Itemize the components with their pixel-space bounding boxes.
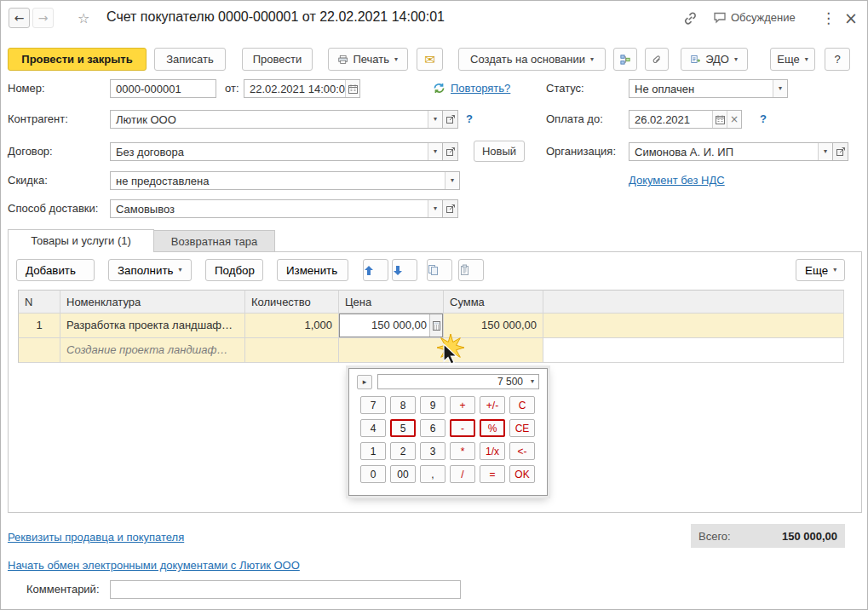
calc-key-9[interactable]: 9 <box>420 396 445 414</box>
calendar-icon[interactable] <box>712 111 727 128</box>
calc-key-plus[interactable]: + <box>450 396 475 414</box>
calc-expand-button[interactable]: ▸ <box>357 375 372 389</box>
discount-combo[interactable]: не предоставлена ▾ <box>110 171 460 190</box>
price-edit-box[interactable]: 150 000,00 <box>339 314 443 337</box>
table-row[interactable]: 1 Разработка проекта ландшаф… 1,000 150 … <box>18 314 844 338</box>
related-documents-button[interactable] <box>613 48 637 71</box>
status-combo[interactable]: Не оплачен ▾ <box>629 79 788 98</box>
number-input[interactable]: 0000-000001 <box>110 79 216 98</box>
paste-button[interactable] <box>458 259 484 281</box>
discussion-button[interactable]: Обсуждение <box>713 11 796 24</box>
forward-button[interactable]: → <box>32 8 54 28</box>
calendar-icon[interactable] <box>345 80 359 97</box>
calc-key-clear-entry[interactable]: CE <box>509 419 535 437</box>
chevron-down-icon[interactable]: ▾ <box>428 200 442 217</box>
chevron-down-icon[interactable]: ▾ <box>428 143 442 160</box>
calc-key-7[interactable]: 7 <box>360 396 386 414</box>
counterparty-open-button[interactable] <box>442 110 458 129</box>
cell-content[interactable]: Создание проекта ландшаф… <box>60 338 245 363</box>
chevron-down-icon[interactable]: ▾ <box>773 80 787 97</box>
col-header-sum[interactable]: Сумма <box>444 290 543 314</box>
send-email-button[interactable]: ✉ <box>417 48 443 71</box>
calc-key-3[interactable]: 3 <box>420 442 445 460</box>
tab-returnable-packaging[interactable]: Возвратная тара <box>153 230 275 252</box>
fill-button[interactable]: Заполнить ▾ <box>108 259 192 281</box>
new-contract-button[interactable]: Новый <box>474 141 525 162</box>
chevron-down-icon[interactable]: ▾ <box>445 172 459 189</box>
delivery-combo[interactable]: Самовывоз ▾ <box>110 199 443 218</box>
calc-key-1[interactable]: 1 <box>360 442 386 460</box>
delivery-open-button[interactable] <box>442 199 458 218</box>
calculator-button[interactable] <box>429 314 442 337</box>
move-down-button[interactable] <box>392 259 417 281</box>
edo-button[interactable]: ЭДО ▾ <box>681 48 748 71</box>
cell-quantity[interactable] <box>245 338 339 363</box>
edi-exchange-link[interactable]: Начать обмен электронными документами с … <box>8 559 300 572</box>
col-header-quantity[interactable]: Количество <box>245 290 339 314</box>
comment-input[interactable] <box>110 580 461 599</box>
col-header-n[interactable]: N <box>18 290 60 314</box>
counterparty-hint[interactable]: ? <box>466 112 473 125</box>
cell-nomenclature[interactable]: Разработка проекта ландшаф… <box>60 314 245 338</box>
attachments-button[interactable] <box>645 48 669 71</box>
calc-key-comma[interactable]: , <box>420 465 445 483</box>
calc-key-2[interactable]: 2 <box>390 442 416 460</box>
back-button[interactable]: ← <box>9 8 30 28</box>
create-on-basis-button[interactable]: Создать на основании ▾ <box>458 48 606 71</box>
cell-n[interactable] <box>18 338 60 363</box>
calc-key-backspace[interactable]: <- <box>509 442 535 460</box>
close-icon[interactable]: × <box>844 9 858 27</box>
cell-sum[interactable] <box>444 338 543 363</box>
post-and-close-button[interactable]: Провести и закрыть <box>8 48 147 71</box>
favorite-star-icon[interactable]: ☆ <box>78 10 89 26</box>
calc-key-equals[interactable]: = <box>480 465 505 483</box>
col-header-price[interactable]: Цена <box>339 290 444 314</box>
cell-price[interactable] <box>339 338 444 363</box>
no-vat-link[interactable]: Документ без НДС <box>629 174 725 187</box>
tab-goods-services[interactable]: Товары и услуги (1) <box>8 229 154 252</box>
cell-n[interactable]: 1 <box>18 314 60 338</box>
cell-sum[interactable]: 150 000,00 <box>444 314 543 338</box>
grid-more-button[interactable]: Еще ▾ <box>796 259 845 281</box>
calc-key-sign[interactable]: +/- <box>480 396 505 414</box>
organization-combo[interactable]: Симонова А. И. ИП ▾ <box>629 142 833 161</box>
calc-key-reciprocal[interactable]: 1/x <box>480 442 505 460</box>
clear-icon[interactable]: × <box>727 111 741 128</box>
calc-key-5[interactable]: 5 <box>390 419 416 437</box>
more-button[interactable]: Еще ▾ <box>770 48 815 71</box>
date-input[interactable]: 22.02.2021 14:00:01 <box>244 79 360 98</box>
calc-key-0[interactable]: 0 <box>360 465 386 483</box>
calc-history-dropdown-icon[interactable]: ▾ <box>526 375 538 388</box>
calc-key-clear[interactable]: C <box>509 396 535 414</box>
calc-key-00[interactable]: 00 <box>390 465 416 483</box>
get-link-button[interactable] <box>683 11 698 26</box>
move-up-button[interactable] <box>363 259 388 281</box>
menu-dots-icon[interactable]: ⋮ <box>821 9 836 26</box>
write-button[interactable]: Записать <box>154 48 226 71</box>
change-button[interactable]: Изменить <box>277 259 348 281</box>
calc-key-divide[interactable]: / <box>450 465 475 483</box>
copy-button[interactable] <box>427 259 452 281</box>
requisites-link[interactable]: Реквизиты продавца и покупателя <box>8 531 184 544</box>
contract-combo[interactable]: Без договора ▾ <box>110 142 443 161</box>
pay-until-input[interactable]: 26.02.2021 × <box>629 110 742 129</box>
calc-key-percent[interactable]: % <box>480 419 505 437</box>
counterparty-combo[interactable]: Лютик ООО ▾ <box>110 110 443 129</box>
chevron-down-icon[interactable]: ▾ <box>818 143 832 160</box>
pick-button[interactable]: Подбор <box>205 259 263 281</box>
calc-key-6[interactable]: 6 <box>420 419 445 437</box>
cell-quantity[interactable]: 1,000 <box>245 314 339 338</box>
pay-until-hint[interactable]: ? <box>760 112 767 125</box>
repeat-link[interactable]: Повторять? <box>451 82 510 95</box>
help-button[interactable]: ? <box>825 48 850 71</box>
calc-key-multiply[interactable]: * <box>450 442 475 460</box>
col-header-nomenclature[interactable]: Номенклатура <box>60 290 245 314</box>
add-row-button[interactable]: Добавить <box>16 259 95 281</box>
print-button[interactable]: Печать ▾ <box>328 48 408 71</box>
organization-open-button[interactable] <box>832 142 848 161</box>
contract-open-button[interactable] <box>442 142 458 161</box>
calc-key-8[interactable]: 8 <box>390 396 416 414</box>
chevron-down-icon[interactable]: ▾ <box>428 111 442 128</box>
post-button[interactable]: Провести <box>242 48 313 71</box>
calc-key-ok[interactable]: OK <box>509 465 535 483</box>
